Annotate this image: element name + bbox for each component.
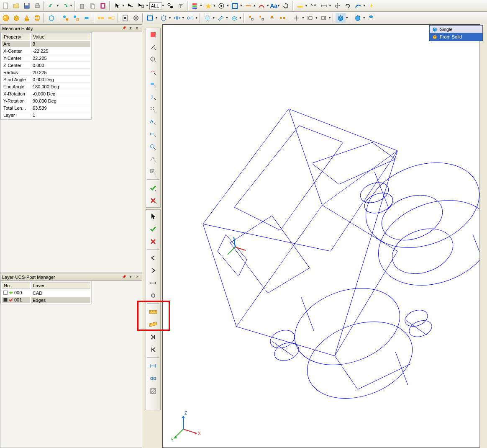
filter-icon[interactable] (176, 1, 186, 11)
checkbox-icon[interactable] (3, 291, 8, 295)
table-row[interactable]: Radius20.225 (2, 70, 90, 76)
dropdown-arrow[interactable]: ▼ (239, 4, 243, 8)
cursor-icon[interactable] (147, 211, 159, 222)
square-marker-icon[interactable] (230, 1, 240, 11)
select-curve-icon[interactable] (147, 91, 159, 103)
select-assoc-icon[interactable] (147, 79, 159, 90)
cube-blue2-icon[interactable] (353, 13, 363, 23)
table-row[interactable]: Y-Rotation90.000 Deg (2, 98, 90, 104)
dropdown-arrow[interactable]: ▼ (305, 4, 308, 8)
pin-icon[interactable]: 📌 (121, 275, 127, 280)
dropdown-arrow[interactable]: ▼ (345, 16, 349, 20)
col-no[interactable]: No. (2, 282, 30, 289)
3d-viewport[interactable]: X Y Z (162, 24, 480, 448)
snap1-icon[interactable] (246, 13, 256, 23)
dropdown-arrow[interactable]: ▼ (182, 16, 185, 20)
cross-icon[interactable] (292, 13, 302, 23)
copy-icon[interactable] (87, 1, 97, 11)
curve-icon[interactable] (256, 1, 267, 11)
dropdown-arrow[interactable]: ▼ (195, 16, 198, 20)
path-icon[interactable] (353, 1, 363, 11)
cube-icon[interactable] (11, 13, 21, 23)
table-row[interactable]: Z-Center0.000 (2, 62, 90, 69)
layer-row[interactable]: 001 Edges (2, 297, 90, 303)
cancel-red-icon[interactable] (147, 236, 159, 247)
snap3-icon[interactable] (267, 13, 277, 23)
dropdown-arrow[interactable]: ▼ (122, 4, 125, 8)
select-arrow-icon[interactable] (147, 154, 159, 165)
group-icon[interactable] (96, 13, 106, 23)
select-extend-icon[interactable] (136, 1, 146, 11)
align1-icon[interactable] (305, 13, 315, 23)
dropdown-arrow[interactable]: ▼ (213, 4, 216, 8)
select-path-icon[interactable] (147, 66, 159, 78)
cancel-red-icon[interactable] (147, 195, 159, 206)
select-line-icon[interactable] (147, 41, 159, 53)
dropdown-arrow[interactable]: ▼ (128, 26, 133, 31)
select-grid-icon[interactable] (147, 104, 159, 116)
close-icon[interactable]: ✕ (134, 26, 140, 31)
save-icon[interactable] (22, 1, 32, 11)
view-rect-icon[interactable] (145, 13, 155, 23)
plane2-icon[interactable] (216, 13, 226, 23)
col-layer[interactable]: Layer (31, 282, 90, 289)
close-icon[interactable]: ✕ (134, 275, 140, 280)
lightning-icon[interactable] (367, 1, 377, 11)
col-property[interactable]: Property (2, 33, 30, 40)
table-row[interactable]: Total Len...63.539 (2, 105, 90, 111)
select-rect-icon[interactable] (147, 29, 159, 41)
check-green-icon[interactable] (147, 223, 159, 235)
line-icon[interactable] (243, 1, 253, 11)
dim-icon[interactable] (319, 1, 329, 11)
hatch-icon[interactable] (147, 385, 159, 397)
snap2-icon[interactable] (256, 13, 267, 23)
dropdown-arrow[interactable]: ▼ (69, 4, 73, 8)
fence-icon[interactable] (308, 1, 318, 11)
select-solid-icon[interactable] (147, 141, 159, 153)
select-region-icon[interactable] (147, 166, 159, 178)
align2-icon[interactable] (318, 13, 328, 23)
pin-icon[interactable]: 📌 (121, 26, 127, 31)
go-end-icon[interactable] (147, 331, 159, 343)
snap4-icon[interactable] (277, 13, 287, 23)
dropdown-arrow[interactable]: ▼ (161, 4, 165, 8)
dropdown-arrow[interactable]: ▼ (328, 4, 332, 8)
table-row[interactable]: Start Angle0.000 Deg (2, 77, 90, 83)
rotate-icon[interactable] (281, 1, 291, 11)
check-green-icon[interactable] (147, 182, 159, 194)
layers-icon[interactable] (190, 1, 200, 11)
ruler-h-icon[interactable] (147, 306, 159, 318)
refresh-icon[interactable] (343, 1, 353, 11)
new-file-icon[interactable] (1, 1, 11, 11)
dropdown-arrow[interactable]: ▼ (226, 4, 229, 8)
target-icon[interactable] (216, 1, 226, 11)
dropdown-arrow[interactable]: ▼ (168, 16, 172, 20)
hollow-cube-icon[interactable] (46, 13, 56, 23)
dropdown-arrow[interactable]: ▼ (253, 4, 256, 8)
both-arrow-icon[interactable] (147, 277, 159, 289)
dview-icon[interactable] (185, 13, 195, 23)
right-arrow-icon[interactable] (147, 265, 159, 276)
dropdown-arrow[interactable]: ▼ (128, 275, 133, 280)
menu-item-from-solid[interactable]: From Solid (430, 33, 482, 41)
dropdown-arrow[interactable]: ▼ (56, 4, 59, 8)
dropdown-arrow[interactable]: ▼ (277, 4, 280, 8)
cone-icon[interactable] (22, 13, 32, 23)
plane1-icon[interactable] (202, 13, 213, 23)
document-icon[interactable] (120, 13, 131, 23)
dropdown-arrow[interactable]: ▼ (328, 16, 331, 20)
delete-icon[interactable] (77, 1, 87, 11)
table-row[interactable]: Layer1 (2, 112, 90, 118)
go-start-icon[interactable] (147, 344, 159, 355)
redo-icon[interactable] (60, 1, 70, 11)
dropdown-arrow[interactable]: ▼ (226, 16, 229, 20)
dropdown-arrow[interactable]: ▼ (212, 16, 215, 20)
dropdown-arrow[interactable]: ▼ (315, 16, 318, 20)
all-label[interactable]: ALL (149, 2, 162, 10)
highlight-icon[interactable] (295, 1, 305, 11)
table-row[interactable]: Y-Center22.225 (2, 55, 90, 62)
cursor-icon[interactable] (112, 1, 122, 11)
select-dim-icon[interactable] (147, 129, 159, 140)
select-arrow-icon[interactable] (126, 1, 136, 11)
toggle-icon[interactable] (165, 1, 175, 11)
